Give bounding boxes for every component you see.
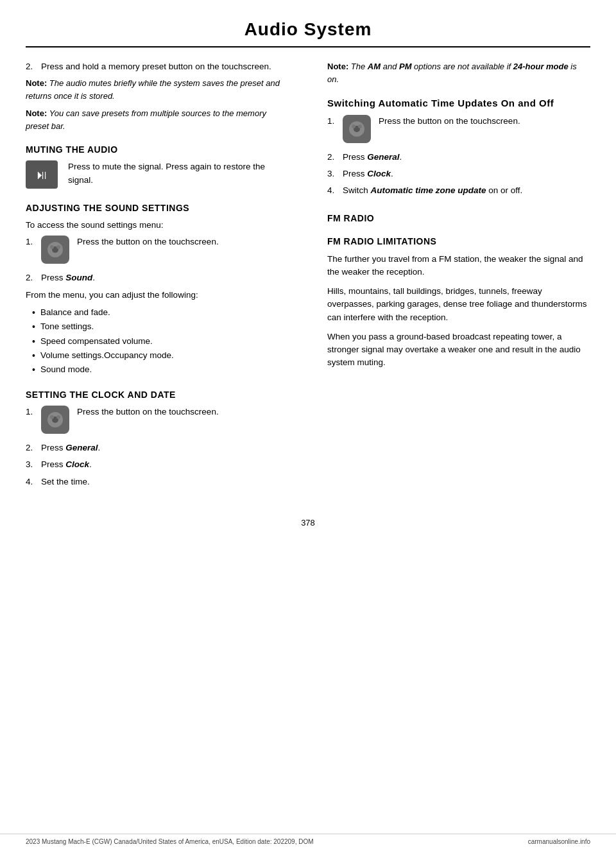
sound-from: From the menu, you can adjust the follow… — [26, 289, 289, 302]
clock-step-3: 3. Press Clock. — [26, 458, 289, 471]
fm-para3: When you pass a ground-based broadcast r… — [327, 330, 590, 370]
switch-step-3: 3. Press Clock. — [327, 167, 590, 180]
note1: Note: The audio mutes briefly while the … — [26, 77, 289, 102]
sound-step-2: 2. Press Sound. — [26, 271, 289, 284]
svg-point-7 — [56, 415, 60, 419]
switch-gear-svg — [347, 119, 366, 139]
clock-steps: 1. Press the button on — [26, 406, 289, 488]
svg-point-2 — [50, 245, 54, 249]
switch-settings-icon — [343, 115, 371, 143]
list-item: 2. Press and hold a memory preset button… — [26, 60, 289, 73]
switch-step-1: 1. Press the button on — [327, 115, 590, 147]
bullet-volume: Volume settings.Occupancy mode. — [32, 348, 289, 363]
fm-radio-heading: FM RADIO — [327, 212, 590, 224]
muting-section: ⏯ Press to mute the signal. Press again … — [26, 160, 289, 191]
switch-step-4: 4. Switch Automatic time zone update on … — [327, 184, 590, 197]
clock-step-4: 4. Set the time. — [26, 476, 289, 488]
note2: Note: You can save presets from multiple… — [26, 107, 289, 132]
bullet-tone: Tone settings. — [32, 320, 289, 334]
right-column: Note: The AM and PM options are not avai… — [318, 60, 590, 492]
footer-left: 2023 Mustang Mach-E (CGW) Canada/United … — [26, 838, 314, 845]
bullet-speed: Speed compensated volume. — [32, 334, 289, 348]
left-column: 2. Press and hold a memory preset button… — [26, 60, 298, 492]
gear-svg — [46, 240, 65, 259]
footer-right: carmanualsonline.info — [528, 838, 590, 845]
svg-point-11 — [358, 124, 362, 128]
sound-step-1: 1. Press the button on — [26, 236, 289, 268]
sound-step-1-content: Press the button on the touchscreen. — [41, 236, 219, 268]
svg-point-10 — [352, 124, 355, 128]
page-title: Audio System — [244, 19, 372, 39]
clock-settings-icon — [41, 406, 69, 434]
page-header: Audio System — [26, 0, 590, 47]
page: Audio System 2. Press and hold a memory … — [0, 0, 616, 858]
bullet-balance: Balance and fade. — [32, 305, 289, 320]
sound-heading: ADJUSTING THE SOUND SETTINGS — [26, 202, 289, 214]
clock-step-1: 1. Press the button on — [26, 406, 289, 438]
fm-limitations-heading: FM RADIO LIMITATIONS — [327, 236, 590, 247]
content-area: 2. Press and hold a memory preset button… — [0, 47, 616, 505]
svg-point-6 — [50, 415, 54, 419]
switching-heading: Switching Automatic Time Updates On and … — [327, 97, 590, 110]
clock-heading: SETTING THE CLOCK AND DATE — [26, 389, 289, 400]
sound-steps: 1. Press the button on — [26, 236, 289, 284]
switch-steps: 1. Press the button on — [327, 115, 590, 198]
page-number: 378 — [0, 518, 616, 547]
sound-intro: To access the sound settings menu: — [26, 219, 289, 232]
muting-desc: Press to mute the signal. Press again to… — [68, 160, 289, 187]
preset-steps: 2. Press and hold a memory preset button… — [26, 60, 289, 73]
fm-para1: The further you travel from a FM station… — [327, 253, 590, 279]
muting-heading: MUTING THE AUDIO — [26, 144, 289, 155]
footer: 2023 Mustang Mach-E (CGW) Canada/United … — [0, 834, 616, 845]
right-note: Note: The AM and PM options are not avai… — [327, 60, 590, 85]
settings-icon — [41, 236, 69, 264]
svg-point-3 — [56, 245, 60, 249]
fm-para2: Hills, mountains, tall buildings, bridge… — [327, 285, 590, 324]
clock-step-2: 2. Press General. — [26, 442, 289, 454]
sound-bullets: Balance and fade. Tone settings. Speed c… — [26, 305, 289, 377]
switch-step-2: 2. Press General. — [327, 151, 590, 164]
clock-gear-svg — [46, 410, 65, 429]
mute-icon: ⏯ — [26, 160, 58, 189]
bullet-sound: Sound mode. — [32, 363, 289, 377]
